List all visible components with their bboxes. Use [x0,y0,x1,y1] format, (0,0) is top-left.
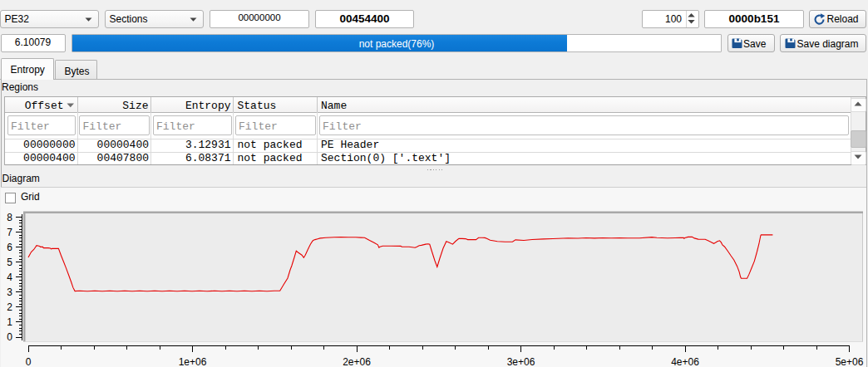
svg-text:2e+06: 2e+06 [343,356,371,367]
svg-text:2: 2 [7,301,12,313]
svg-text:1: 1 [7,316,12,328]
svg-text:5e+06: 5e+06 [836,356,864,367]
svg-text:6: 6 [7,242,12,253]
svg-text:0: 0 [7,331,12,343]
svg-text:3e+06: 3e+06 [507,356,535,367]
svg-text:4: 4 [7,272,12,283]
svg-text:8: 8 [7,212,12,223]
svg-text:7: 7 [7,227,12,238]
svg-text:0: 0 [26,356,32,367]
svg-text:5: 5 [7,257,12,268]
svg-text:3: 3 [7,286,12,298]
svg-text:4e+06: 4e+06 [671,356,699,367]
svg-text:1e+06: 1e+06 [179,356,207,367]
